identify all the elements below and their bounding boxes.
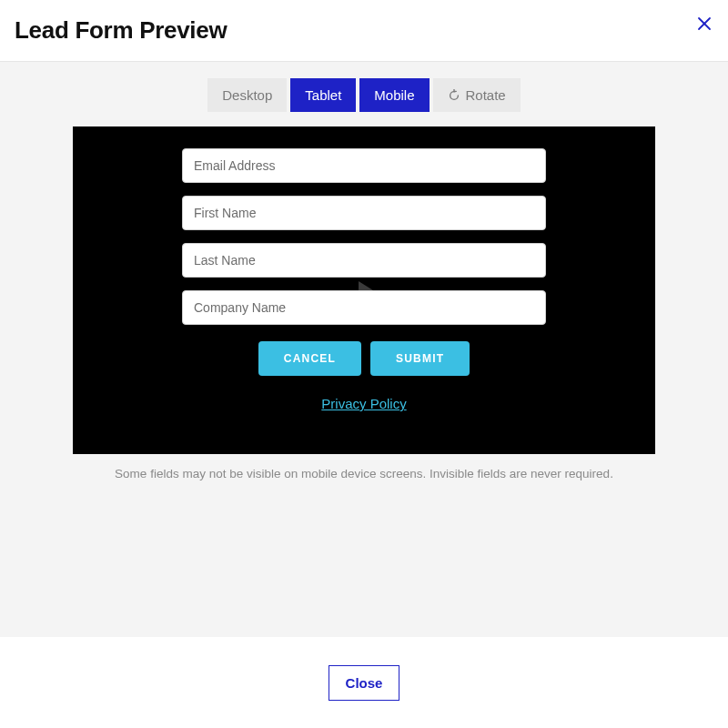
hint-text: Some fields may not be visible on mobile… — [115, 467, 613, 480]
email-field[interactable] — [182, 148, 546, 183]
modal-title: Lead Form Preview — [15, 16, 227, 45]
lead-form: CANCEL SUBMIT Privacy Policy — [182, 148, 546, 454]
cancel-button[interactable]: CANCEL — [258, 341, 361, 376]
close-icon[interactable] — [697, 16, 712, 31]
tab-mobile[interactable]: Mobile — [359, 78, 429, 112]
close-button[interactable]: Close — [329, 665, 400, 701]
first-name-field[interactable] — [182, 196, 546, 230]
modal-body: Desktop Tablet Mobile Rotate — [0, 62, 728, 637]
tab-tablet[interactable]: Tablet — [290, 78, 356, 112]
tab-desktop[interactable]: Desktop — [207, 78, 287, 112]
tab-rotate[interactable]: Rotate — [433, 78, 521, 112]
preview-surface: CANCEL SUBMIT Privacy Policy — [73, 126, 655, 454]
form-actions: CANCEL SUBMIT — [182, 341, 546, 376]
privacy-policy-link[interactable]: Privacy Policy — [182, 396, 546, 411]
last-name-field[interactable] — [182, 243, 546, 278]
submit-button[interactable]: SUBMIT — [370, 341, 470, 376]
modal-footer: Close — [0, 637, 728, 728]
lead-form-preview-modal: Lead Form Preview Desktop Tablet Mobile … — [0, 0, 728, 728]
company-field[interactable] — [182, 290, 546, 325]
tab-rotate-label: Rotate — [466, 87, 506, 103]
modal-header: Lead Form Preview — [0, 0, 728, 62]
rotate-icon — [448, 89, 460, 102]
device-tabs: Desktop Tablet Mobile Rotate — [207, 78, 520, 112]
